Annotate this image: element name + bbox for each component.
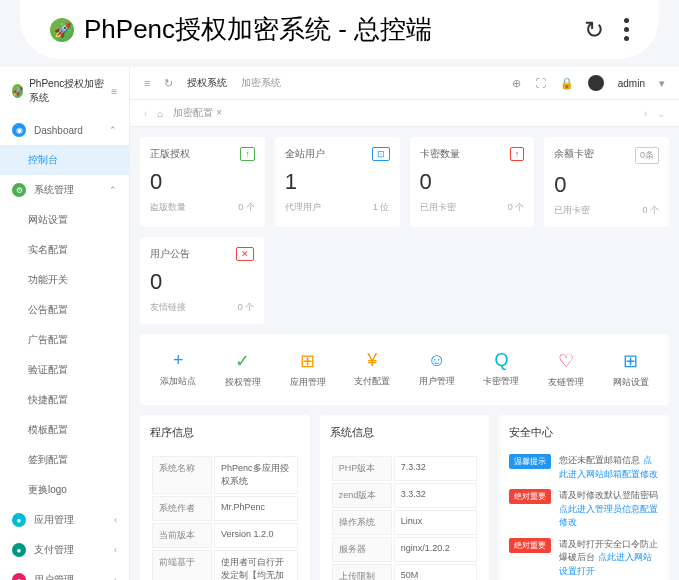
alert-tag: 绝对重要 — [509, 538, 551, 553]
quick-action[interactable]: ♡友链管理 — [538, 344, 595, 395]
menu-icon: ● — [12, 573, 26, 580]
avatar[interactable] — [588, 75, 604, 91]
tab-auth-system[interactable]: 授权系统 — [187, 76, 227, 90]
chevron-right-icon[interactable]: › — [644, 108, 647, 119]
system-info-card: 系统信息 PHP版本7.3.32zend版本3.3.32操作系统Linux服务器… — [320, 415, 490, 580]
rocket-icon: 🚀 — [12, 84, 23, 98]
table-row: 系统作者Mr.PhPenc — [152, 496, 298, 521]
lock-icon[interactable]: 🔒 — [560, 77, 574, 90]
quick-action[interactable]: ✓授权管理 — [215, 344, 272, 395]
chevron-down-icon[interactable]: ⌄ — [657, 108, 665, 119]
quick-icon: ⊞ — [604, 350, 657, 372]
stat-number: 0 — [420, 169, 525, 195]
notice-badge: ✕ — [236, 247, 254, 261]
topbar: ≡ ↻ 授权系统 加密系统 ⊕ ⛶ 🔒 admin ▾ — [130, 67, 679, 100]
sidebar-item-dashboard[interactable]: ◉ Dashboard⌃ — [0, 115, 129, 145]
stat-card: 正版授权↑0盗版数量0 个 — [140, 137, 265, 227]
quick-action[interactable]: Q卡密管理 — [473, 344, 530, 395]
security-card: 安全中心 温馨提示您还未配置邮箱信息 点此进入网站邮箱配置修改绝对重要请及时修改… — [499, 415, 669, 580]
stat-badge: ↑ — [510, 147, 525, 161]
sidebar-subitem[interactable]: 广告配置 — [0, 325, 129, 355]
notice-card: 用户公告✕ 0 友情链接0 个 — [140, 237, 264, 324]
quick-icon: ☺ — [411, 350, 464, 371]
chevron-left-icon: ‹ — [114, 545, 117, 555]
username[interactable]: admin — [618, 78, 645, 89]
dashboard-icon: ◉ — [12, 123, 26, 137]
chevron-left-icon: ‹ — [114, 515, 117, 525]
security-alert: 绝对重要请及时打开安全口令防止爆破后台 点此进入网站设置打开 — [509, 538, 659, 579]
sidebar-item-console[interactable]: 控制台 — [0, 145, 129, 175]
menu-icon: ● — [12, 513, 26, 527]
sidebar-item[interactable]: ●支付管理‹ — [0, 535, 129, 565]
sidebar-collapse-icon[interactable]: ≡ — [111, 86, 117, 97]
table-row: 当前版本Version 1.2.0 — [152, 523, 298, 548]
quick-icon: ♡ — [540, 350, 593, 372]
alert-tag: 温馨提示 — [509, 454, 551, 469]
table-row: 前端基于使用者可自行开发定制【均无加密】 — [152, 550, 298, 580]
expand-icon[interactable]: ⛶ — [535, 77, 546, 89]
browser-title: 🚀 PhPenc授权加密系统 - 总控端 — [50, 12, 564, 47]
table-row: 服务器nginx/1.20.2 — [332, 537, 478, 562]
stat-number: 1 — [285, 169, 390, 195]
chevron-left-icon: ‹ — [114, 575, 117, 580]
quick-action[interactable]: ⊞应用管理 — [279, 344, 336, 395]
tab-encrypt-system[interactable]: 加密系统 — [241, 76, 281, 90]
sidebar-subitem[interactable]: 网站设置 — [0, 205, 129, 235]
sidebar-subitem[interactable]: 更换logo — [0, 475, 129, 505]
reload-icon[interactable]: ↻ — [584, 16, 604, 44]
sidebar-item[interactable]: ●用户管理‹ — [0, 565, 129, 580]
chevron-down-icon: ▾ — [659, 77, 665, 90]
table-row: zend版本3.3.32 — [332, 483, 478, 508]
sidebar-subitem[interactable]: 验证配置 — [0, 355, 129, 385]
quick-action[interactable]: ☺用户管理 — [409, 344, 466, 395]
sidebar-item-system[interactable]: ⚙ 系统管理⌃ — [0, 175, 129, 205]
breadcrumb: ‹ ⌂ 加密配置 × › ⌄ — [130, 100, 679, 127]
sidebar-subitem[interactable]: 公告配置 — [0, 295, 129, 325]
sidebar-subitem[interactable]: 实名配置 — [0, 235, 129, 265]
stat-card: 全站用户⊡1代理用户1 位 — [275, 137, 400, 227]
chevron-left-icon[interactable]: ‹ — [144, 108, 147, 119]
browser-menu-icon[interactable] — [624, 18, 629, 41]
program-info-card: 程序信息 系统名称PhPenc多应用授权系统系统作者Mr.PhPenc当前版本V… — [140, 415, 310, 580]
quick-icon: Q — [475, 350, 528, 371]
table-row: 上传限制50M — [332, 564, 478, 580]
refresh-icon[interactable]: ↻ — [164, 77, 173, 90]
sidebar-subitem[interactable]: 模板配置 — [0, 415, 129, 445]
security-alert: 温馨提示您还未配置邮箱信息 点此进入网站邮箱配置修改 — [509, 454, 659, 481]
globe-icon[interactable]: ⊕ — [512, 77, 521, 90]
alert-link[interactable]: 点此进入管理员信息配置修改 — [559, 504, 658, 528]
sidebar-subitem[interactable]: 签到配置 — [0, 445, 129, 475]
stat-card: 卡密数量↑0已用卡密0 个 — [410, 137, 535, 227]
alert-link[interactable]: 点此进入网站设置打开 — [559, 552, 652, 576]
stat-number: 0 — [554, 172, 659, 198]
quick-icon: ¥ — [346, 350, 399, 371]
quick-actions: +添加站点✓授权管理⊞应用管理¥支付配置☺用户管理Q卡密管理♡友链管理⊞网站设置 — [140, 334, 669, 405]
alert-link[interactable]: 点此进入网站邮箱配置修改 — [559, 455, 658, 479]
security-alert: 绝对重要请及时修改默认登陆密码 点此进入管理员信息配置修改 — [509, 489, 659, 530]
menu-icon[interactable]: ≡ — [144, 77, 150, 89]
breadcrumb-tab[interactable]: 加密配置 × — [173, 106, 222, 120]
table-row: 操作系统Linux — [332, 510, 478, 535]
chevron-up-icon: ⌃ — [109, 125, 117, 135]
sidebar-subitem[interactable]: 功能开关 — [0, 265, 129, 295]
quick-action[interactable]: ¥支付配置 — [344, 344, 401, 395]
rocket-icon: 🚀 — [50, 18, 74, 42]
quick-icon: ✓ — [217, 350, 270, 372]
table-row: PHP版本7.3.32 — [332, 456, 478, 481]
quick-icon: + — [152, 350, 205, 371]
sidebar-brand: 🚀 PhPenc授权加密系统 ≡ — [0, 67, 129, 115]
stat-badge: 0条 — [635, 147, 659, 164]
stat-badge: ↑ — [240, 147, 255, 161]
quick-action[interactable]: ⊞网站设置 — [602, 344, 659, 395]
quick-icon: ⊞ — [281, 350, 334, 372]
home-icon[interactable]: ⌂ — [157, 108, 163, 119]
stat-badge: ⊡ — [372, 147, 390, 161]
chevron-up-icon: ⌃ — [109, 185, 117, 195]
sidebar-item[interactable]: ●应用管理‹ — [0, 505, 129, 535]
sidebar: 🚀 PhPenc授权加密系统 ≡ ◉ Dashboard⌃ 控制台 ⚙ 系统管理… — [0, 67, 130, 580]
sidebar-subitem[interactable]: 快捷配置 — [0, 385, 129, 415]
table-row: 系统名称PhPenc多应用授权系统 — [152, 456, 298, 494]
notice-count: 0 — [150, 269, 254, 295]
stat-number: 0 — [150, 169, 255, 195]
quick-action[interactable]: +添加站点 — [150, 344, 207, 395]
